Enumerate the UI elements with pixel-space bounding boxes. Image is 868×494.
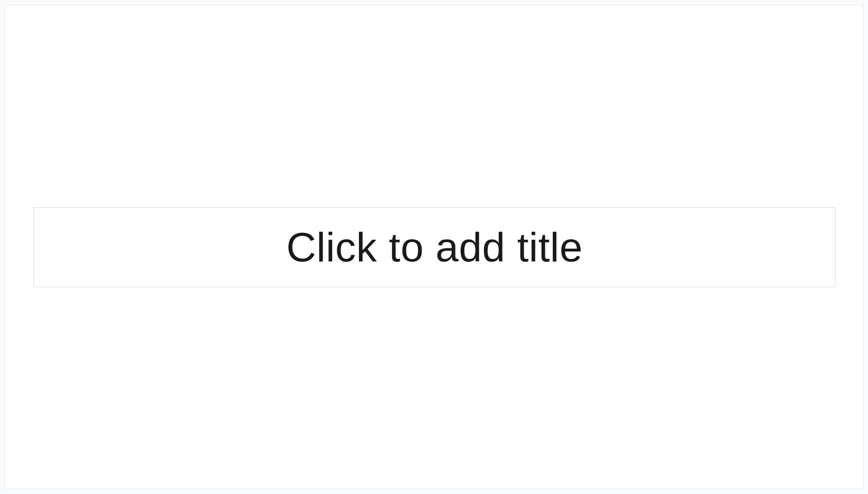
title-placeholder-text: Click to add title xyxy=(286,223,582,271)
title-placeholder[interactable]: Click to add title xyxy=(33,207,836,287)
slide-canvas[interactable]: Click to add title xyxy=(5,5,863,489)
